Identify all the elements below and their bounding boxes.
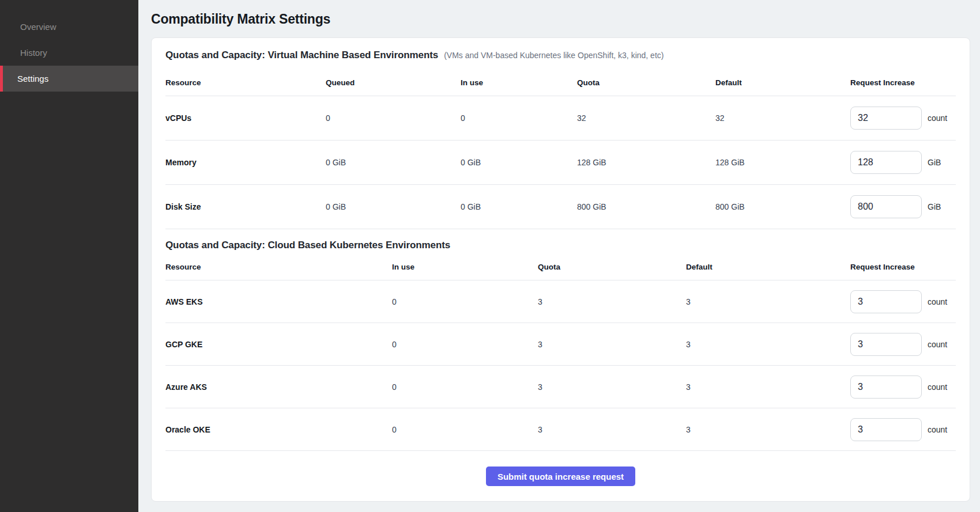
resource-name: Memory	[165, 158, 326, 167]
cell-default: 800 GiB	[715, 202, 850, 211]
card-footer: Submit quota increase request	[165, 451, 956, 490]
cell-default: 3	[686, 382, 850, 392]
table-row: Disk Size 0 GiB 0 GiB 800 GiB 800 GiB Gi…	[165, 185, 956, 229]
resource-name: Disk Size	[165, 202, 326, 211]
cell-quota: 32	[577, 113, 715, 123]
vm-section-heading: Quotas and Capacity: Virtual Machine Bas…	[165, 50, 956, 61]
table-row: Memory 0 GiB 0 GiB 128 GiB 128 GiB GiB	[165, 141, 956, 185]
unit-label: count	[928, 382, 947, 392]
request-increase-cell: GiB	[850, 195, 956, 218]
column-header-resource: Resource	[165, 78, 326, 87]
cell-in-use: 0	[461, 113, 577, 123]
resource-name: vCPUs	[165, 113, 326, 123]
k8s-section-heading: Quotas and Capacity: Cloud Based Kuberne…	[165, 240, 956, 251]
memory-request-input[interactable]	[850, 151, 922, 174]
unit-label: GiB	[928, 158, 941, 167]
table-row: GCP GKE 0 3 3 count	[165, 323, 956, 366]
vm-table-header: Resource Queued In use Quota Default Req…	[165, 69, 956, 96]
column-header-quota: Quota	[577, 78, 715, 87]
page-title: Compatibility Matrix Settings	[151, 12, 970, 27]
k8s-section-title: Quotas and Capacity: Cloud Based Kuberne…	[165, 240, 450, 251]
cell-in-use: 0	[392, 425, 538, 434]
column-header-default: Default	[715, 78, 850, 87]
request-increase-cell: count	[850, 376, 956, 399]
main-content: Compatibility Matrix Settings Quotas and…	[138, 0, 980, 512]
unit-label: count	[928, 425, 947, 434]
aws-eks-request-input[interactable]	[850, 290, 922, 313]
column-header-quota: Quota	[538, 263, 686, 271]
resource-name: Oracle OKE	[165, 425, 392, 434]
request-increase-cell: count	[850, 290, 956, 313]
column-header-in-use: In use	[461, 78, 577, 87]
cell-default: 32	[715, 113, 850, 123]
cell-queued: 0 GiB	[326, 202, 461, 211]
submit-quota-increase-button[interactable]: Submit quota increase request	[486, 467, 635, 486]
table-row: AWS EKS 0 3 3 count	[165, 280, 956, 323]
request-increase-cell: count	[850, 418, 956, 441]
cell-in-use: 0 GiB	[461, 158, 577, 167]
quota-settings-card: Quotas and Capacity: Virtual Machine Bas…	[151, 37, 970, 502]
column-header-in-use: In use	[392, 263, 538, 271]
cell-quota: 128 GiB	[577, 158, 715, 167]
resource-name: GCP GKE	[165, 340, 392, 349]
cell-queued: 0 GiB	[326, 158, 461, 167]
azure-aks-request-input[interactable]	[850, 376, 922, 399]
column-header-queued: Queued	[326, 78, 461, 87]
cell-queued: 0	[326, 113, 461, 123]
column-header-resource: Resource	[165, 263, 392, 271]
cell-in-use: 0	[392, 382, 538, 392]
table-row: Oracle OKE 0 3 3 count	[165, 408, 956, 451]
unit-label: count	[928, 113, 947, 123]
gcp-gke-request-input[interactable]	[850, 333, 922, 356]
vcpus-request-input[interactable]	[850, 107, 922, 130]
request-increase-cell: GiB	[850, 151, 956, 174]
column-header-request-increase: Request Increase	[850, 78, 956, 87]
cell-quota: 800 GiB	[577, 202, 715, 211]
cell-default: 3	[686, 297, 850, 306]
unit-label: count	[928, 297, 947, 306]
k8s-table-header: Resource In use Quota Default Request In…	[165, 253, 956, 280]
request-increase-cell: count	[850, 333, 956, 356]
cell-quota: 3	[538, 425, 686, 434]
sidebar: Overview History Settings	[0, 0, 138, 512]
request-increase-cell: count	[850, 107, 956, 130]
sidebar-item-history[interactable]: History	[0, 40, 138, 66]
sidebar-item-overview[interactable]: Overview	[0, 14, 138, 40]
column-header-default: Default	[686, 263, 850, 271]
cell-in-use: 0	[392, 340, 538, 349]
cell-quota: 3	[538, 297, 686, 306]
resource-name: AWS EKS	[165, 297, 392, 306]
column-header-request-increase: Request Increase	[850, 263, 956, 271]
cell-default: 3	[686, 340, 850, 349]
cell-in-use: 0	[392, 297, 538, 306]
sidebar-item-settings[interactable]: Settings	[0, 66, 138, 92]
disk-size-request-input[interactable]	[850, 195, 922, 218]
unit-label: GiB	[928, 202, 941, 211]
oracle-oke-request-input[interactable]	[850, 418, 922, 441]
cell-quota: 3	[538, 382, 686, 392]
vm-section-subtitle: (VMs and VM-based Kubernetes like OpenSh…	[444, 51, 664, 60]
unit-label: count	[928, 340, 947, 349]
table-row: vCPUs 0 0 32 32 count	[165, 96, 956, 141]
cell-default: 128 GiB	[715, 158, 850, 167]
table-row: Azure AKS 0 3 3 count	[165, 366, 956, 408]
cell-quota: 3	[538, 340, 686, 349]
cell-in-use: 0 GiB	[461, 202, 577, 211]
resource-name: Azure AKS	[165, 382, 392, 392]
vm-section-title: Quotas and Capacity: Virtual Machine Bas…	[165, 50, 438, 61]
cell-default: 3	[686, 425, 850, 434]
